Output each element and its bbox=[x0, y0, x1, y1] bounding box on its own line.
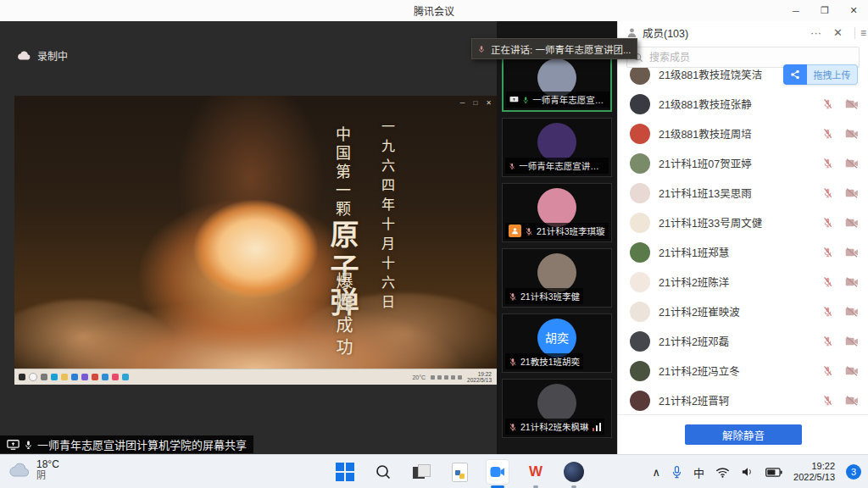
speaker-icon[interactable] bbox=[741, 466, 754, 478]
muted-camera-icon[interactable] bbox=[845, 218, 859, 228]
app-icon[interactable] bbox=[112, 374, 119, 380]
wifi-icon[interactable] bbox=[715, 467, 730, 478]
video-minimize-button[interactable]: ─ bbox=[460, 99, 465, 108]
taskbar-search-button[interactable] bbox=[371, 459, 395, 485]
video-tile[interactable]: 21计科2班朱枫琳 bbox=[502, 379, 612, 438]
avatar bbox=[630, 331, 650, 352]
muted-camera-icon[interactable] bbox=[845, 99, 859, 109]
member-status-icons bbox=[822, 365, 859, 376]
member-row[interactable]: 21计科1班13吴思雨 bbox=[618, 178, 868, 208]
muted-mic-icon[interactable] bbox=[822, 276, 833, 287]
taskbar-time: 19:22 bbox=[793, 461, 835, 472]
member-row[interactable]: 21计科1班07贺亚婷 bbox=[618, 148, 868, 178]
folder-icon[interactable] bbox=[61, 374, 68, 380]
member-row[interactable]: 21计科2班冯立冬 bbox=[618, 356, 868, 385]
muted-camera-icon[interactable] bbox=[845, 366, 859, 376]
video-close-button[interactable]: ✕ bbox=[486, 99, 492, 108]
task-view-button[interactable] bbox=[409, 459, 433, 485]
muted-mic-icon[interactable] bbox=[822, 306, 833, 317]
taskbar-clock[interactable]: 19:22 2022/5/13 bbox=[793, 461, 835, 483]
mail-icon[interactable] bbox=[71, 374, 78, 380]
edge-icon[interactable] bbox=[51, 374, 58, 380]
browser-button[interactable] bbox=[562, 459, 586, 485]
close-button[interactable]: ✕ bbox=[839, 0, 868, 21]
muted-camera-icon[interactable] bbox=[845, 307, 859, 317]
muted-mic-icon[interactable] bbox=[822, 98, 833, 109]
minimize-button[interactable]: ─ bbox=[782, 0, 810, 21]
muted-mic-icon[interactable] bbox=[822, 187, 833, 198]
python-file-icon bbox=[452, 463, 468, 482]
ime-indicator[interactable]: 中 bbox=[693, 464, 704, 480]
muted-mic-icon[interactable] bbox=[822, 395, 833, 406]
tray-chevron-icon[interactable]: ∧ bbox=[653, 466, 661, 479]
panel-close-icon[interactable]: ✕ bbox=[830, 26, 846, 39]
member-name: 21级881教技班周培 bbox=[659, 125, 814, 141]
recording-label: 录制中 bbox=[37, 48, 68, 63]
speaking-mic-icon bbox=[477, 44, 486, 54]
muted-mic-icon[interactable] bbox=[822, 158, 833, 169]
tencent-meeting-icon bbox=[486, 459, 509, 485]
member-row[interactable]: 21级881教技班张静 bbox=[618, 89, 868, 119]
app-icon[interactable] bbox=[122, 374, 129, 380]
muted-mic-icon[interactable] bbox=[822, 247, 833, 258]
video-tile-speaker[interactable]: 一师青年志愿宣讲团... bbox=[502, 53, 612, 112]
member-status-icons bbox=[822, 158, 859, 169]
video-tile[interactable]: 一师青年志愿宣讲团计算... bbox=[502, 118, 612, 177]
battery-icon[interactable] bbox=[765, 468, 782, 477]
member-row[interactable]: 21计科2班邓磊 bbox=[618, 326, 868, 356]
muted-camera-icon[interactable] bbox=[845, 158, 859, 169]
app-icon[interactable] bbox=[92, 374, 98, 380]
member-row[interactable]: 21计科1班33号周文健 bbox=[618, 208, 868, 237]
member-row[interactable]: 21计科2班崔映波 bbox=[618, 297, 868, 326]
avatar bbox=[630, 153, 650, 174]
tencent-meeting-button[interactable] bbox=[486, 459, 509, 485]
search-icon[interactable] bbox=[29, 373, 37, 381]
muted-mic-icon[interactable] bbox=[822, 128, 833, 139]
member-search-input[interactable] bbox=[648, 51, 853, 64]
weather-desc: 阴 bbox=[36, 470, 59, 480]
wps-button[interactable]: W bbox=[524, 459, 548, 485]
windows-taskbar: 18°C 阴 W bbox=[0, 454, 868, 488]
tray-mic-icon[interactable] bbox=[671, 465, 682, 480]
windows-logo-icon bbox=[336, 463, 354, 481]
member-row[interactable]: 21计科2班晋轲 bbox=[618, 385, 868, 415]
panel-handle-icon[interactable]: ≡ bbox=[854, 27, 866, 39]
muted-mic-icon[interactable] bbox=[822, 217, 833, 228]
video-tile[interactable]: 胡奕 21教技1班胡奕 bbox=[502, 313, 612, 373]
video-tile[interactable]: 21计科3班李健 bbox=[502, 248, 612, 308]
maximize-button[interactable]: ❐ bbox=[810, 0, 839, 21]
thumbnail-strip: 一师青年志愿宣讲团... 一师青年志愿宣讲团计算... bbox=[497, 21, 617, 454]
app-icon[interactable] bbox=[81, 374, 88, 380]
muted-camera-icon[interactable] bbox=[845, 188, 859, 198]
taskview-icon[interactable] bbox=[41, 374, 47, 380]
python-file-button[interactable] bbox=[448, 459, 471, 485]
video-maximize-button[interactable]: □ bbox=[473, 99, 477, 108]
member-row[interactable]: 21计科1班郑慧 bbox=[618, 237, 868, 267]
panel-more-icon[interactable]: ··· bbox=[807, 26, 825, 39]
start-icon[interactable] bbox=[19, 374, 25, 380]
window-controls: ─ ❐ ✕ bbox=[782, 0, 868, 21]
start-button[interactable] bbox=[333, 459, 357, 485]
unmute-button[interactable]: 解除静音 bbox=[685, 424, 802, 445]
avatar bbox=[537, 123, 576, 162]
muted-camera-icon[interactable] bbox=[845, 247, 859, 258]
video-tile[interactable]: 21计科3班李琪璇 bbox=[502, 183, 612, 242]
member-list[interactable]: 21级881教技班饶笑洁 21级881教技班张静 bbox=[618, 68, 868, 415]
member-row[interactable]: 21计科2班陈洋 bbox=[618, 267, 868, 297]
atomic-bomb-video[interactable]: ─ □ ✕ 一九六四年十月十六日 中国第一颗原子弹 爆炸成功 bbox=[14, 96, 497, 369]
muted-mic-icon[interactable] bbox=[822, 336, 833, 347]
screen-share-area: 录制中 ─ □ ✕ 一九六四年十月十六日 中国第一颗原子弹 爆炸成功 bbox=[0, 21, 497, 454]
muted-camera-icon[interactable] bbox=[845, 277, 859, 287]
upload-label: 拖拽上传 bbox=[807, 64, 858, 85]
drag-upload-overlay[interactable]: 拖拽上传 bbox=[783, 64, 858, 85]
notification-badge[interactable]: 3 bbox=[846, 464, 861, 480]
weather-widget[interactable]: 18°C 阴 bbox=[8, 458, 59, 480]
muted-mic-icon bbox=[525, 226, 533, 236]
member-row[interactable]: 21级881教技班周培 bbox=[618, 119, 868, 148]
muted-camera-icon[interactable] bbox=[845, 336, 859, 347]
muted-camera-icon[interactable] bbox=[845, 396, 859, 406]
app-icon[interactable] bbox=[102, 374, 108, 380]
muted-mic-icon[interactable] bbox=[822, 365, 833, 376]
muted-camera-icon[interactable] bbox=[845, 129, 859, 139]
network-signal-icon bbox=[593, 423, 602, 431]
